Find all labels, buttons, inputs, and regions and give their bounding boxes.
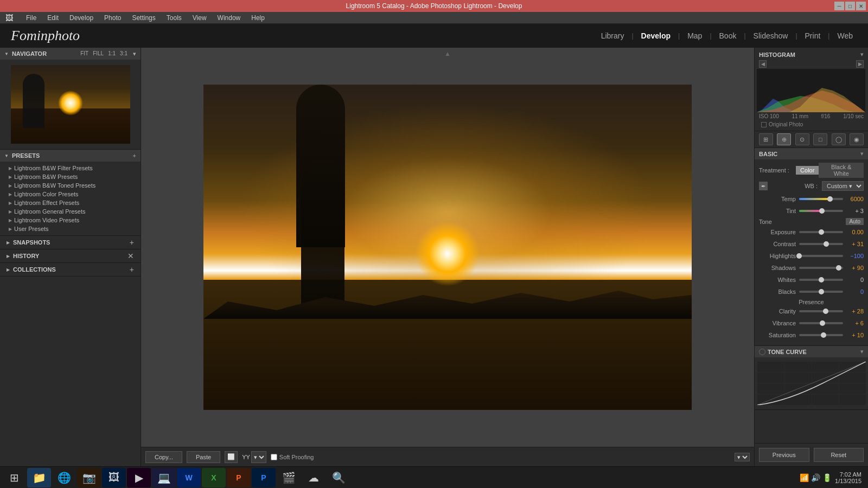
maximize-button[interactable]: □ bbox=[845, 2, 855, 10]
navigator-collapse[interactable]: ▾ bbox=[133, 50, 136, 57]
taskbar-network-icon[interactable]: 📶 bbox=[800, 473, 809, 482]
taskbar-photoshop[interactable]: 🖼 bbox=[102, 468, 126, 487]
exposure-track[interactable] bbox=[799, 231, 843, 233]
temp-track[interactable] bbox=[799, 198, 843, 200]
taskbar-chrome[interactable]: 🌐 bbox=[52, 468, 76, 487]
zoom-3-1[interactable]: 3:1 bbox=[120, 50, 127, 57]
menu-develop[interactable]: Develop bbox=[66, 13, 97, 23]
bw-button[interactable]: Black & White bbox=[819, 163, 864, 178]
taskbar-word[interactable]: W bbox=[177, 468, 201, 487]
highlights-track[interactable] bbox=[799, 255, 843, 257]
nav-web[interactable]: Web bbox=[833, 29, 857, 42]
start-button[interactable]: ⊞ bbox=[2, 468, 26, 487]
original-photo-checkbox[interactable] bbox=[761, 122, 767, 127]
taskbar-battery-icon[interactable]: 🔋 bbox=[822, 473, 832, 482]
zoom-1-1[interactable]: 1:1 bbox=[108, 50, 116, 57]
menu-window[interactable]: Window bbox=[214, 13, 244, 23]
clarity-thumb[interactable] bbox=[823, 309, 828, 314]
tone-curve-collapse[interactable]: ▾ bbox=[860, 348, 864, 355]
menu-edit[interactable]: Edit bbox=[44, 13, 62, 23]
preset-item[interactable]: ▶Lightroom B&W Filter Presets bbox=[0, 164, 141, 172]
taskbar-lightroom[interactable]: 📷 bbox=[77, 468, 101, 487]
tint-track[interactable] bbox=[799, 210, 843, 212]
menu-file[interactable]: File bbox=[23, 13, 40, 23]
redeye-tool[interactable]: □ bbox=[813, 133, 827, 145]
nav-develop[interactable]: Develop bbox=[637, 29, 675, 42]
taskbar-explorer[interactable]: 📁 bbox=[27, 468, 51, 487]
brush-tool[interactable]: ◉ bbox=[850, 133, 864, 145]
navigator-header[interactable]: ▼ Navigator FIT FILL 1:1 3:1 ▾ bbox=[0, 48, 141, 60]
shadows-thumb[interactable] bbox=[836, 265, 841, 271]
nav-map[interactable]: Map bbox=[683, 29, 706, 42]
wb-eyedropper[interactable]: ✒ bbox=[759, 182, 768, 190]
saturation-track[interactable] bbox=[799, 334, 843, 336]
blacks-track[interactable] bbox=[799, 291, 843, 293]
nav-library[interactable]: Library bbox=[597, 29, 629, 42]
menu-view[interactable]: View bbox=[189, 13, 210, 23]
taskbar-vlc[interactable]: 🎬 bbox=[277, 468, 301, 487]
taskbar-excel[interactable]: X bbox=[202, 468, 226, 487]
color-button[interactable]: Color bbox=[796, 166, 819, 175]
taskbar-volume-icon[interactable]: 🔊 bbox=[811, 473, 820, 482]
histogram-collapse[interactable]: ▾ bbox=[860, 51, 864, 58]
menu-photo[interactable]: Photo bbox=[101, 13, 124, 23]
contrast-thumb[interactable] bbox=[824, 241, 829, 247]
clarity-track[interactable] bbox=[799, 310, 843, 312]
reset-button[interactable]: Reset bbox=[814, 448, 864, 462]
paste-button[interactable]: Paste bbox=[187, 451, 220, 463]
preset-item[interactable]: ▶Lightroom Video Presets bbox=[0, 216, 141, 224]
snapshots-header[interactable]: ▶ Snapshots + bbox=[0, 236, 141, 249]
taskbar-powerpoint[interactable]: P bbox=[227, 468, 251, 487]
whites-thumb[interactable] bbox=[819, 277, 824, 282]
tone-curve-enable[interactable] bbox=[759, 349, 765, 355]
zoom-fill[interactable]: FILL bbox=[93, 50, 104, 57]
copy-button[interactable]: Copy... bbox=[145, 451, 182, 463]
taskbar-publisher[interactable]: P bbox=[252, 468, 276, 487]
tone-curve-header[interactable]: Tone Curve ▾ bbox=[755, 346, 868, 357]
menu-help[interactable]: Help bbox=[248, 13, 268, 23]
minimize-button[interactable]: ─ bbox=[834, 2, 844, 10]
vibrance-thumb[interactable] bbox=[820, 320, 825, 326]
soft-proofing-checkbox[interactable] bbox=[271, 454, 277, 460]
preset-item[interactable]: ▶Lightroom B&W Toned Presets bbox=[0, 181, 141, 190]
preset-item[interactable]: ▶Lightroom B&W Presets bbox=[0, 172, 141, 181]
nav-print[interactable]: Print bbox=[801, 29, 825, 42]
snapshots-add-button[interactable]: + bbox=[130, 238, 134, 247]
history-header[interactable]: ▶ History ✕ bbox=[0, 249, 141, 262]
blacks-thumb[interactable] bbox=[819, 289, 824, 294]
menu-settings[interactable]: Settings bbox=[129, 13, 158, 23]
menu-tools[interactable]: Tools bbox=[163, 13, 185, 23]
crop-tool[interactable]: ⊕ bbox=[777, 133, 791, 145]
hist-shadow-clip[interactable]: ◀ bbox=[759, 60, 767, 68]
vibrance-track[interactable] bbox=[799, 322, 843, 324]
taskbar-cloud[interactable]: ☁ bbox=[302, 468, 326, 487]
temp-thumb[interactable] bbox=[827, 196, 833, 202]
contrast-track[interactable] bbox=[799, 243, 843, 245]
taskbar-search[interactable]: 🔍 bbox=[327, 468, 350, 487]
collections-add-button[interactable]: + bbox=[130, 265, 134, 274]
zoom-fit[interactable]: FIT bbox=[80, 50, 88, 57]
previous-button[interactable]: Previous bbox=[759, 448, 809, 462]
nav-slideshow[interactable]: Slideshow bbox=[749, 29, 793, 42]
toolbar-expand-select[interactable]: ▾ bbox=[735, 453, 750, 461]
tone-curve-svg[interactable] bbox=[757, 362, 866, 405]
gradient-tool[interactable]: ◯ bbox=[832, 133, 846, 145]
saturation-thumb[interactable] bbox=[821, 332, 826, 338]
taskbar-premiere[interactable]: ▶ bbox=[127, 468, 151, 487]
hist-highlight-clip[interactable]: ▶ bbox=[856, 60, 864, 68]
auto-button[interactable]: Auto bbox=[846, 218, 864, 225]
shadows-track[interactable] bbox=[799, 267, 843, 269]
view-mode-button[interactable]: ⬜ bbox=[225, 451, 238, 463]
history-close-button[interactable]: ✕ bbox=[127, 252, 134, 260]
preset-item[interactable]: ▶Lightroom Effect Presets bbox=[0, 198, 141, 207]
close-button[interactable]: ✕ bbox=[856, 2, 866, 10]
basic-header[interactable]: Basic ▾ bbox=[755, 148, 868, 159]
exposure-thumb[interactable] bbox=[819, 229, 824, 235]
taskbar-aftereffects[interactable]: 💻 bbox=[152, 468, 176, 487]
presets-add-button[interactable]: + bbox=[133, 152, 136, 159]
nav-book[interactable]: Book bbox=[715, 29, 741, 42]
whites-track[interactable] bbox=[799, 279, 843, 281]
collections-header[interactable]: ▶ Collections + bbox=[0, 263, 141, 276]
preset-item[interactable]: ▶User Presets bbox=[0, 224, 141, 233]
preset-item[interactable]: ▶Lightroom General Presets bbox=[0, 207, 141, 216]
